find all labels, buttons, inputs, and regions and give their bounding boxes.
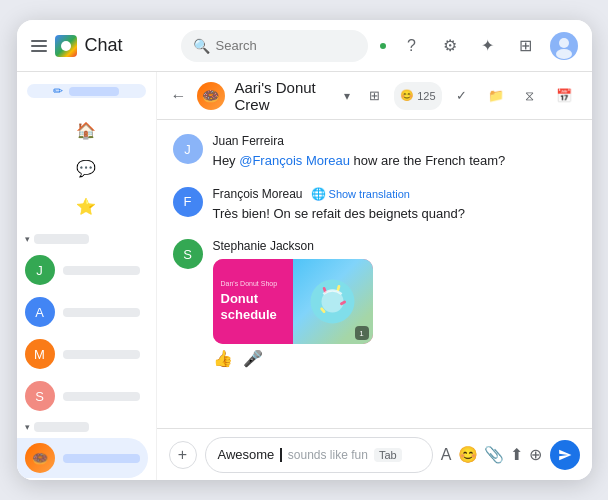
show-translation-button[interactable]: 🌐 Show translation: [311, 187, 410, 201]
svg-point-1: [556, 49, 572, 59]
grid-icon[interactable]: ⊞: [512, 32, 540, 60]
reaction-count: 125: [417, 90, 435, 102]
back-button[interactable]: ←: [171, 87, 187, 105]
app-window: Chat 🔍 ? ⚙ ✦ ⊞ ✏ 🏠 💬: [17, 20, 592, 480]
sidebar-nav-chat[interactable]: 💬: [68, 150, 104, 186]
chat-header: ← 🍩 Aari's Donut Crew ▾ ⊞ 😊 125 ✓ 📁 ⧖ 📅: [157, 72, 592, 120]
group-chevron-icon[interactable]: ▾: [344, 89, 350, 103]
card-shop-name: Dan's Donut Shop: [221, 280, 285, 287]
cursor: [280, 448, 282, 462]
card-badge: 1: [355, 326, 369, 340]
send-button[interactable]: [550, 440, 580, 470]
status-indicator: [378, 41, 388, 51]
donut-illustration: [305, 274, 360, 329]
msg-3-sender: Stephanie Jackson: [213, 239, 576, 253]
emoji-picker-icon[interactable]: 😊: [458, 445, 478, 464]
msg-2-sender: François Moreau 🌐 Show translation: [213, 187, 576, 201]
microphone-icon[interactable]: 🎤: [243, 349, 263, 368]
topbar: Chat 🔍 ? ⚙ ✦ ⊞: [17, 20, 592, 72]
pencil-icon: ✏: [53, 84, 63, 98]
msg-2-content: François Moreau 🌐 Show translation Très …: [213, 187, 576, 224]
more-options-icon[interactable]: ⊕: [529, 445, 542, 464]
msg-3-content: Stephanie Jackson Dan's Donut Shop Donut…: [213, 239, 576, 368]
spaces-section-header: ▾: [17, 418, 156, 436]
show-translation-label: Show translation: [329, 188, 410, 200]
message-group-1: J Juan Ferreira Hey @François Moreau how…: [173, 134, 576, 171]
sidebar-item-2[interactable]: A: [17, 292, 148, 332]
typed-text: Awesome: [218, 447, 275, 462]
chat-panel: ← 🍩 Aari's Donut Crew ▾ ⊞ 😊 125 ✓ 📁 ⧖ 📅: [157, 72, 592, 480]
card-image-area: 1: [293, 259, 373, 344]
tab-badge: Tab: [374, 448, 402, 462]
search-bar[interactable]: 🔍: [181, 30, 368, 62]
chevron-icon-2: ▾: [25, 422, 30, 432]
user-avatar[interactable]: [550, 32, 578, 60]
contact-avatar-1: J: [25, 255, 55, 285]
chevron-icon: ▾: [25, 234, 30, 244]
settings-icon[interactable]: ⚙: [436, 32, 464, 60]
sender-name-2: François Moreau: [213, 187, 303, 201]
message-group-2: F François Moreau 🌐 Show translation Trè…: [173, 187, 576, 224]
calendar-button[interactable]: 📅: [550, 82, 578, 110]
msg-1-text: Hey @François Moreau how are the French …: [213, 151, 576, 171]
donut-schedule-card[interactable]: Dan's Donut Shop Donut schedule: [213, 259, 373, 344]
message-input-field[interactable]: Awesome sounds like fun Tab: [205, 437, 433, 473]
help-icon[interactable]: ?: [398, 32, 426, 60]
topbar-left: Chat: [31, 35, 171, 57]
msg-1-content: Juan Ferreira Hey @François Moreau how a…: [213, 134, 576, 171]
contact-name-bar-3: [63, 350, 140, 359]
attachment-icon[interactable]: 📎: [484, 445, 504, 464]
svg-point-0: [559, 38, 569, 48]
google-chat-logo: [55, 35, 77, 57]
thumbs-up-icon[interactable]: 👍: [213, 349, 233, 368]
chat-header-actions: ⊞ 😊 125 ✓ 📁 ⧖ 📅: [360, 82, 577, 110]
folder-button[interactable]: 📁: [482, 82, 510, 110]
video-call-button[interactable]: ⊞: [360, 82, 388, 110]
group-name: Aari's Donut Crew ▾: [235, 79, 351, 113]
contact-avatar-2: A: [25, 297, 55, 327]
sparkle-icon[interactable]: ✦: [474, 32, 502, 60]
sidebar-item-3[interactable]: M: [17, 334, 148, 374]
card-text-area: Dan's Donut Shop Donut schedule: [213, 259, 293, 344]
donut-crew-label: [63, 454, 140, 463]
translate-icon: 🌐: [311, 187, 326, 201]
input-bar: + Awesome sounds like fun Tab A 😊 📎 ⬆ ⊕: [157, 428, 592, 480]
upload-icon[interactable]: ⬆: [510, 445, 523, 464]
new-chat-button[interactable]: ✏: [27, 84, 146, 98]
section-label: [34, 234, 89, 244]
msg-1-sender: Juan Ferreira: [213, 134, 576, 148]
sidebar-item-donut-crew[interactable]: 🍩: [17, 438, 148, 478]
message-group-3: S Stephanie Jackson Dan's Donut Shop Don…: [173, 239, 576, 368]
check-button[interactable]: ✓: [448, 82, 476, 110]
card-title: Donut schedule: [221, 291, 285, 322]
contact-name-bar-2: [63, 308, 140, 317]
francois-avatar: F: [173, 187, 203, 217]
format-text-icon[interactable]: A: [441, 446, 452, 464]
sidebar-item-1[interactable]: J: [17, 250, 148, 290]
group-avatar: 🍩: [197, 82, 225, 110]
sidebar-nav-spaces[interactable]: ⭐: [68, 188, 104, 224]
archive-button[interactable]: ⧖: [516, 82, 544, 110]
stephanie-avatar: S: [173, 239, 203, 269]
input-suggestion: sounds like fun: [288, 448, 368, 462]
input-actions: A 😊 📎 ⬆ ⊕: [441, 445, 542, 464]
msg-2-text: Très bien! On se refait des beignets qua…: [213, 204, 576, 224]
menu-icon[interactable]: [31, 40, 47, 52]
sidebar-item-4[interactable]: S: [17, 376, 148, 416]
contact-name-bar-1: [63, 266, 140, 275]
contact-avatar-4: S: [25, 381, 55, 411]
group-name-text: Aari's Donut Crew: [235, 79, 341, 113]
reactions-button[interactable]: 😊 125: [394, 82, 441, 110]
main-area: ✏ 🏠 💬 ⭐ ▾ J A M: [17, 72, 592, 480]
search-input[interactable]: [216, 38, 356, 53]
topbar-right: ? ⚙ ✦ ⊞: [378, 32, 578, 60]
add-button[interactable]: +: [169, 441, 197, 469]
spaces-section-label: [34, 422, 89, 432]
juan-avatar: J: [173, 134, 203, 164]
sidebar-nav-home[interactable]: 🏠: [68, 112, 104, 148]
donut-crew-avatar: 🍩: [25, 443, 55, 473]
emoji-icon: 😊: [400, 89, 414, 102]
sender-name-3: Stephanie Jackson: [213, 239, 314, 253]
mention-francois[interactable]: @François Moreau: [239, 153, 350, 168]
card-actions: 👍 🎤: [213, 349, 576, 368]
